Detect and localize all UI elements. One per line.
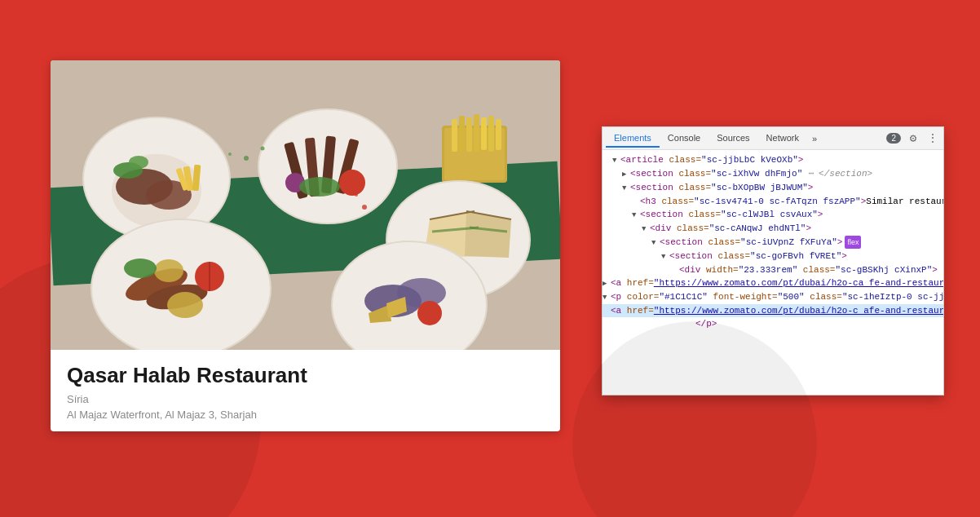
flex-badge: flex — [845, 236, 861, 249]
svg-point-46 — [417, 301, 442, 325]
svg-point-27 — [299, 177, 340, 197]
restaurant-image — [51, 60, 560, 350]
devtools-content: <article class="sc-jjbLbC kVeOXb"> <sect… — [603, 150, 943, 395]
settings-icon[interactable]: ⚙ — [906, 131, 920, 146]
code-line-3: <section class="sc-bXOpBW jBJWUM"> — [603, 181, 943, 195]
triangle-2[interactable] — [622, 168, 630, 181]
devtools-panel: Elements Console Sources Network » 2 ⚙ ⋮… — [602, 126, 944, 395]
triangle-8[interactable] — [661, 250, 669, 263]
tab-console[interactable]: Console — [660, 130, 709, 148]
svg-point-52 — [362, 205, 367, 210]
svg-rect-16 — [474, 114, 479, 152]
code-line-12: <a href="https://www.zomato.com/pt/dubai… — [603, 304, 943, 317]
svg-rect-13 — [452, 119, 457, 152]
svg-point-10 — [129, 156, 148, 169]
svg-point-53 — [355, 193, 358, 197]
code-line-6: <div class="sc-cANqwJ ehdNTl"> — [603, 222, 943, 236]
code-line-11: <p color="#1C1C1C" font-weight="500" cla… — [603, 290, 943, 304]
triangle-7[interactable] — [651, 236, 660, 250]
devtools-badge: 2 — [886, 133, 901, 144]
svg-point-40 — [167, 292, 203, 318]
triangle-11[interactable] — [603, 291, 611, 304]
code-line-2: <section class="sc-iXhVw dhFmjo" ⋯ </sec… — [603, 167, 943, 181]
restaurant-name: Qasar Halab Restaurant — [67, 363, 544, 388]
triangle-3[interactable] — [622, 182, 630, 195]
tab-more[interactable]: » — [807, 132, 822, 145]
tab-sources[interactable]: Sources — [709, 130, 757, 148]
svg-point-41 — [154, 259, 183, 282]
devtools-icons: 2 ⚙ ⋮ — [886, 131, 940, 146]
restaurant-card: Qasar Halab Restaurant Síria Al Majaz Wa… — [51, 60, 560, 431]
code-line-8: <section class="sc-goFBvh fVREt"> — [603, 250, 943, 263]
svg-rect-18 — [488, 116, 494, 152]
restaurant-address: Al Majaz Waterfront, Al Majaz 3, Sharjah — [67, 409, 544, 421]
code-line-1: <article class="sc-jjbLbC kVeOXb"> — [603, 153, 943, 167]
more-options-icon[interactable]: ⋮ — [925, 131, 940, 146]
code-line-10: <a href="https://www.zomato.com/pt/dubai… — [603, 276, 943, 290]
triangle-6[interactable] — [642, 223, 650, 236]
restaurant-info: Qasar Halab Restaurant Síria Al Majaz Wa… — [51, 350, 560, 431]
triangle-1[interactable] — [612, 154, 620, 167]
svg-rect-17 — [481, 117, 487, 150]
code-line-5: <section class="sc-clWJBl csvAux"> — [603, 208, 943, 222]
svg-point-25 — [339, 170, 365, 196]
svg-rect-19 — [496, 119, 501, 150]
svg-point-49 — [244, 156, 249, 161]
code-line-13: </p> — [603, 317, 943, 330]
code-line-7: <section class="sc-iUVpnZ fXFuYa"> flex — [603, 236, 943, 250]
svg-point-51 — [228, 152, 232, 156]
svg-rect-14 — [459, 116, 465, 152]
devtools-tabs: Elements Console Sources Network » 2 ⚙ ⋮ — [603, 127, 943, 150]
tab-network[interactable]: Network — [758, 130, 807, 148]
svg-point-42 — [124, 258, 157, 278]
triangle-10[interactable] — [603, 277, 611, 290]
svg-point-50 — [261, 147, 265, 151]
code-line-9: <div width="23.333rem" class="sc-gBSKhj … — [603, 263, 943, 276]
tab-elements[interactable]: Elements — [606, 130, 660, 148]
restaurant-cuisine: Síria — [67, 393, 544, 405]
code-line-4: <h3 class="sc-1sv4741-0 sc-fATqzn fszAPP… — [603, 195, 943, 208]
svg-rect-15 — [466, 117, 472, 152]
triangle-5[interactable] — [632, 209, 640, 222]
